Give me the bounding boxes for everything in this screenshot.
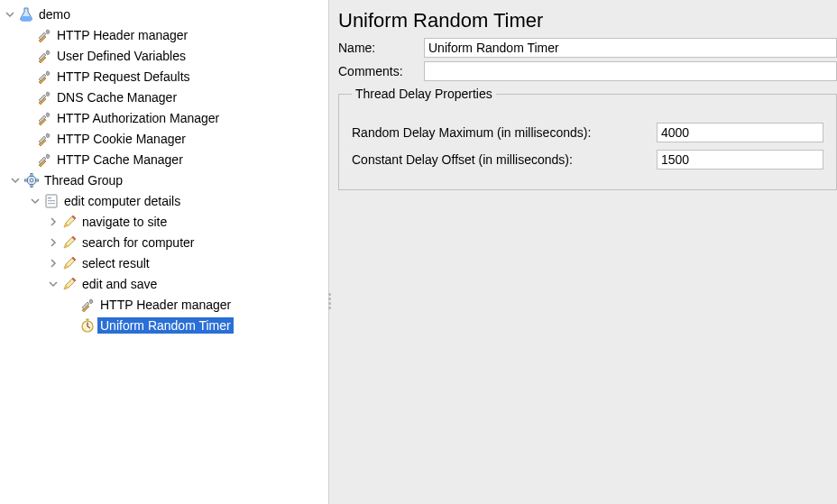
pencil-icon [61, 234, 78, 251]
tree-item-config[interactable]: HTTP Header manager [4, 24, 328, 45]
detail-panel: Uniform Random Timer Name: Comments: Thr… [329, 0, 837, 504]
comments-input[interactable] [424, 61, 837, 81]
tools-icon [36, 110, 52, 126]
tools-icon [36, 151, 52, 168]
timer-icon [79, 317, 96, 334]
tree-label: User Defined Variables [54, 48, 189, 64]
constant-delay-input[interactable] [657, 150, 823, 170]
comments-row: Comments: [338, 61, 837, 81]
chevron-down-icon[interactable] [9, 176, 22, 185]
tree-item-thread-group[interactable]: Thread Group [4, 170, 328, 190]
tools-icon [36, 48, 52, 64]
pencil-icon [61, 255, 78, 271]
tree-item-config[interactable]: HTTP Request Defaults [4, 66, 328, 87]
tree-item-config[interactable]: DNS Cache Manager [4, 87, 328, 107]
tree-label: select result [79, 255, 152, 271]
tools-icon [79, 297, 96, 313]
tools-icon [36, 131, 52, 147]
tree-item-transaction[interactable]: edit computer details [4, 190, 328, 211]
tree-item-config[interactable]: User Defined Variables [4, 45, 328, 66]
name-input[interactable] [424, 38, 837, 58]
tools-icon [36, 27, 52, 43]
chevron-right-icon[interactable] [47, 238, 60, 247]
random-delay-row: Random Delay Maximum (in milliseconds): [352, 123, 823, 142]
random-delay-input[interactable] [657, 123, 823, 142]
tree-label: HTTP Header manager [97, 297, 234, 313]
tree-item-config[interactable]: HTTP Authorization Manager [4, 107, 328, 128]
tree-label: HTTP Cookie Manager [54, 131, 189, 147]
chevron-down-icon[interactable] [29, 197, 41, 206]
file-icon [43, 193, 60, 209]
chevron-down-icon[interactable] [47, 279, 60, 289]
gear-icon [23, 172, 40, 188]
comments-label: Comments: [338, 64, 424, 78]
chevron-down-icon[interactable] [4, 10, 16, 19]
tree-label: HTTP Header manager [54, 27, 190, 43]
tree-item-timer[interactable]: Uniform Random Timer [4, 315, 328, 335]
random-delay-label: Random Delay Maximum (in milliseconds): [352, 125, 657, 140]
constant-delay-label: Constant Delay Offset (in milliseconds): [352, 152, 657, 167]
tree-label: demo [36, 6, 73, 23]
tools-icon [36, 69, 52, 85]
tree-label: navigate to site [79, 214, 170, 230]
tree-item-config[interactable]: HTTP Cookie Manager [4, 128, 328, 149]
tree-item-config[interactable]: HTTP Header manager [4, 294, 328, 315]
pencil-icon [61, 276, 78, 292]
tree-label: search for computer [79, 234, 198, 251]
tree-item-sampler[interactable]: edit and save [4, 273, 328, 294]
tree-item-sampler[interactable]: select result [4, 252, 328, 273]
pencil-icon [61, 214, 78, 230]
thread-delay-group: Thread Delay Properties Random Delay Max… [338, 87, 837, 190]
constant-delay-row: Constant Delay Offset (in milliseconds): [352, 150, 823, 170]
chevron-right-icon[interactable] [47, 217, 60, 226]
splitter-handle[interactable] [325, 293, 334, 309]
tree-label: edit computer details [61, 193, 183, 209]
tree-panel[interactable]: demo HTTP Header manager User Defined Va… [0, 0, 329, 504]
tree-label: HTTP Cache Manager [54, 151, 186, 168]
tree-item-testplan[interactable]: demo [4, 4, 328, 24]
tree-item-sampler[interactable]: navigate to site [4, 211, 328, 232]
tree-item-config[interactable]: HTTP Cache Manager [4, 149, 328, 170]
tree-label: Uniform Random Timer [97, 317, 234, 334]
app-root: demo HTTP Header manager User Defined Va… [0, 0, 837, 504]
flask-icon [18, 6, 34, 23]
tree-label: Thread Group [41, 172, 125, 188]
name-row: Name: [338, 38, 837, 58]
tree-label: HTTP Authorization Manager [54, 110, 222, 126]
group-title: Thread Delay Properties [352, 87, 496, 101]
tools-icon [36, 89, 52, 105]
tree-item-sampler[interactable]: search for computer [4, 232, 328, 252]
chevron-right-icon[interactable] [47, 259, 60, 268]
panel-title: Uniform Random Timer [338, 9, 837, 32]
tree-label: HTTP Request Defaults [54, 69, 193, 85]
tree-label: edit and save [79, 276, 160, 292]
tree-label: DNS Cache Manager [54, 89, 179, 105]
name-label: Name: [338, 41, 424, 55]
